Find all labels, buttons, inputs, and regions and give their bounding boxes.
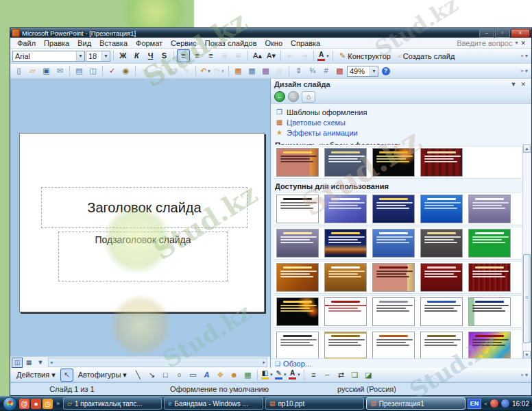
template-thumbnail-8[interactable] xyxy=(372,229,415,258)
quick-launch-clock-icon[interactable]: ◷ xyxy=(43,399,53,409)
shadow-button[interactable]: S xyxy=(158,49,171,62)
template-thumbnail-5[interactable] xyxy=(468,195,511,223)
insert-picture-button[interactable]: ▦ xyxy=(241,369,254,382)
template-thumbnail-9[interactable] xyxy=(420,229,463,258)
underline-button[interactable]: Ч xyxy=(144,49,157,62)
shadow-style-button[interactable]: ❏ xyxy=(348,369,361,382)
research-button[interactable]: ◉ xyxy=(119,64,132,77)
increase-font-size-button[interactable]: A▴ xyxy=(251,49,264,62)
template-thumbnail-12[interactable] xyxy=(324,263,367,292)
task-pane-scrollbar[interactable]: ▲ ▼ xyxy=(522,145,531,359)
template-thumbnail-22[interactable] xyxy=(324,332,367,359)
taskbar-ie-button[interactable]: eБаяндама - Windows ... xyxy=(164,397,263,410)
font-color-button[interactable]: A▾ xyxy=(317,49,330,62)
diagram-button[interactable]: ❖ xyxy=(214,369,227,382)
font-size-combo-dropdown-icon[interactable]: ▼ xyxy=(101,51,110,61)
toolbar-options[interactable]: » ▾ xyxy=(519,64,529,78)
select-objects-button[interactable]: ↖ xyxy=(60,369,73,382)
tables-borders-button[interactable]: ▩ xyxy=(259,64,272,77)
new-document-button[interactable]: ▯ xyxy=(12,64,25,77)
close-button[interactable]: x xyxy=(511,29,530,38)
task-pane-header[interactable]: Дизайн слайда ▼ ✕ xyxy=(271,79,531,90)
font-name-combo[interactable]: Arial▼ xyxy=(12,51,85,62)
decrease-font-size-button[interactable]: A▾ xyxy=(265,49,278,62)
tray-status-icon[interactable] xyxy=(490,399,498,408)
help-button[interactable]: ? xyxy=(379,64,392,77)
template-thumbnail-4[interactable] xyxy=(420,195,463,223)
line-color-button[interactable]: ✎▾ xyxy=(274,369,287,382)
template-thumbnail-16[interactable] xyxy=(276,297,319,326)
draw-menu[interactable]: Действия▾ xyxy=(12,369,60,381)
menu-item-4[interactable]: Вставка xyxy=(95,38,132,48)
open-button[interactable]: ▱ xyxy=(26,64,39,77)
template-thumbnail-20[interactable] xyxy=(468,297,511,326)
font-name-combo-dropdown-icon[interactable]: ▼ xyxy=(76,51,84,61)
browse-row[interactable]: ❏ Обзор... xyxy=(271,358,531,368)
title-placeholder[interactable]: Заголовок слайда xyxy=(41,187,247,228)
template-thumbnail-6[interactable] xyxy=(276,229,319,258)
design-templates-link[interactable]: ❐Шаблоны оформления xyxy=(275,107,527,117)
menu-item-9[interactable]: Справка xyxy=(287,38,324,48)
taskbar-presentation-button[interactable]: ▤Презентация1 xyxy=(366,397,465,410)
template-thumbnail-15[interactable] xyxy=(468,263,511,292)
minimize-button[interactable]: – xyxy=(479,29,494,38)
print-preview-button[interactable]: ◫ xyxy=(86,64,99,77)
new-slide-button[interactable]: ▫Создать слайд xyxy=(395,51,458,62)
expand-all-button[interactable]: ⇕ xyxy=(292,64,305,77)
autoshapes-menu[interactable]: Автофигуры▾ xyxy=(74,369,131,381)
animation-schemes-link[interactable]: ★Эффекты анимации xyxy=(275,127,527,138)
spelling-button[interactable]: ✓ xyxy=(106,64,119,77)
template-thumbnail-23[interactable] xyxy=(372,332,415,359)
recent-template-4[interactable] xyxy=(420,148,463,177)
template-thumbnail-2[interactable] xyxy=(324,195,367,223)
color-schemes-link[interactable]: ▩Цветовые схемы xyxy=(275,117,527,127)
normal-view-button[interactable]: ◫ xyxy=(12,358,23,368)
template-thumbnail-10[interactable] xyxy=(468,229,511,258)
toolbar-options[interactable]: » ▾ xyxy=(519,368,529,382)
close-document-icon[interactable]: ✕ xyxy=(518,40,529,47)
font-size-combo[interactable]: 18▼ xyxy=(86,51,110,62)
fill-color-button[interactable]: ◧▾ xyxy=(261,369,274,382)
template-thumbnail-24[interactable] xyxy=(420,332,463,359)
mail-button[interactable]: ✉ xyxy=(53,64,66,77)
taskbar-ppt-file-button[interactable]: ▤пр10.ppt xyxy=(265,397,364,410)
back-button[interactable]: ← xyxy=(274,91,285,102)
template-thumbnail-1[interactable] xyxy=(276,195,319,223)
insert-chart-button[interactable]: ▦ xyxy=(232,64,245,77)
zoom-combo[interactable]: 49%▼ xyxy=(347,66,378,77)
template-thumbnail-18[interactable] xyxy=(372,297,415,326)
recent-template-3[interactable] xyxy=(372,148,415,177)
menu-item-6[interactable]: Сервис xyxy=(167,38,201,48)
menu-item-8[interactable]: Окно xyxy=(261,38,287,48)
template-thumbnail-11[interactable] xyxy=(276,263,319,292)
quick-launch-mail-icon[interactable]: @ xyxy=(19,399,29,409)
color-grayscale-button[interactable]: ▩ xyxy=(333,64,346,77)
start-button[interactable] xyxy=(3,397,17,411)
task-pane-close-icon[interactable]: ✕ xyxy=(518,81,528,88)
text-box-button[interactable]: ▭ xyxy=(186,369,200,382)
ask-question-box[interactable]: Введите вопрос ▾ xyxy=(457,39,518,47)
line-button[interactable]: ╲ xyxy=(132,369,145,382)
scroll-left-icon[interactable]: ◂ xyxy=(50,360,53,365)
design-button[interactable]: ✎Конструктор xyxy=(336,50,394,62)
grid-button[interactable]: # xyxy=(319,64,332,77)
toolbar-options[interactable]: » ▾ xyxy=(519,49,529,63)
template-thumbnail-7[interactable] xyxy=(324,229,367,258)
menu-item-5[interactable]: Формат xyxy=(132,38,167,48)
slide-canvas[interactable]: Заголовок слайда Подзаголовок слайда xyxy=(10,79,270,356)
tray-chevron-icon[interactable]: < xyxy=(484,401,487,407)
browse-link[interactable]: Обзор... xyxy=(283,360,311,368)
recent-template-1[interactable] xyxy=(276,148,319,177)
home-button[interactable]: ⌂ xyxy=(302,91,315,103)
template-thumbnail-3[interactable] xyxy=(372,195,415,223)
font-color-button[interactable]: A▾ xyxy=(288,369,301,382)
task-pane-dropdown-icon[interactable]: ▼ xyxy=(509,81,519,88)
forward-button[interactable]: → xyxy=(288,91,299,102)
scroll-up-icon[interactable]: ▲ xyxy=(523,145,531,153)
undo-button[interactable]: ↶▾ xyxy=(199,64,212,77)
template-thumbnail-13[interactable] xyxy=(372,263,415,292)
slide-sorter-view-button[interactable]: ▦ xyxy=(23,358,34,368)
recent-template-2[interactable] xyxy=(324,148,367,177)
zoom-combo-dropdown-icon[interactable]: ▼ xyxy=(370,66,378,76)
save-button[interactable]: ▣ xyxy=(40,64,53,77)
